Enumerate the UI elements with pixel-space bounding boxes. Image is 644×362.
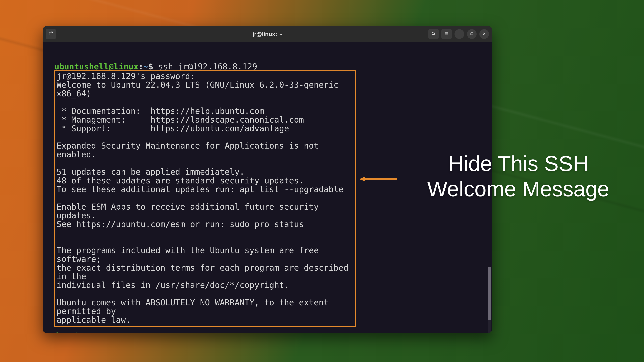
svg-point-3: [432, 32, 434, 35]
motd-text: jr@192.168.8.129's password: Welcome to …: [56, 72, 354, 324]
caption-line1: Hide This SSH: [448, 152, 588, 176]
caption-line2: Welcome Message: [427, 177, 609, 201]
maximize-button[interactable]: [467, 29, 477, 39]
minimize-button[interactable]: [454, 29, 464, 39]
close-icon: [482, 31, 487, 37]
prompt-line-2: jr@linux:~$: [54, 332, 480, 333]
new-tab-icon: [48, 31, 53, 37]
prompt-dollar: $: [104, 332, 114, 333]
prompt-path: ~: [144, 62, 148, 72]
search-button[interactable]: [428, 29, 439, 39]
scrollbar-thumb[interactable]: [488, 266, 491, 320]
new-tab-button[interactable]: [46, 29, 56, 39]
prompt-user: ubuntushell@linux: [54, 62, 138, 72]
window-titlebar: jr@linux: ~: [42, 26, 492, 42]
svg-line-4: [434, 34, 435, 36]
caption-text: Hide This SSH Welcome Message: [399, 151, 637, 202]
prompt-path: ~: [99, 332, 104, 333]
prompt-line-1: ubuntushell@linux:~$ ssh jr@192.168.8.12…: [54, 62, 257, 72]
titlebar-right-group: [428, 29, 492, 39]
minimize-icon: [457, 31, 462, 37]
prompt-sep: :: [94, 332, 99, 333]
motd-highlight-box: jr@192.168.8.129's password: Welcome to …: [54, 70, 356, 326]
svg-rect-0: [49, 32, 52, 35]
command-text: ssh jr@192.168.8.129: [158, 62, 257, 72]
prompt-sep: :: [138, 62, 144, 72]
search-icon: [431, 31, 436, 37]
prompt-dollar: $: [148, 62, 158, 72]
close-button[interactable]: [479, 29, 489, 39]
menu-button[interactable]: [442, 29, 452, 39]
maximize-icon: [469, 31, 474, 37]
titlebar-left-group: [42, 29, 56, 39]
hamburger-icon: [444, 31, 449, 37]
window-title: jr@linux: ~: [42, 31, 492, 38]
prompt-user: jr@linux: [54, 332, 94, 333]
svg-rect-9: [471, 33, 473, 35]
